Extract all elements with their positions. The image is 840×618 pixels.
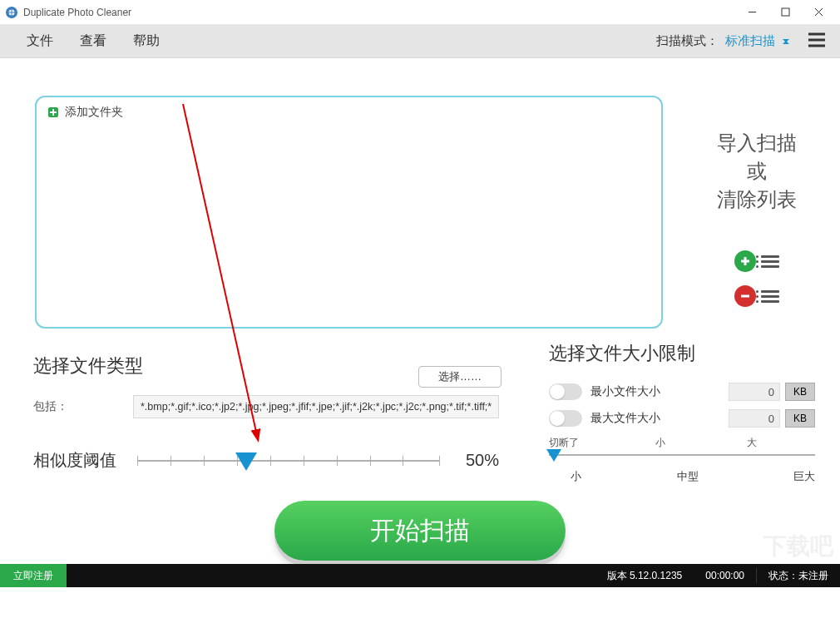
similarity-slider[interactable] [137,451,439,471]
menubar: 文件 查看 帮助 扫描模式： 标准扫描 [0,25,840,58]
similarity-thumb[interactable] [235,452,257,471]
version-text: 版本 5.12.0.1235 [595,569,694,583]
maxsize-row: 最大文件大小 KB [549,409,815,428]
include-row: 包括： [33,395,499,418]
maxsize-input[interactable] [729,409,780,428]
maxsize-label: 最大文件大小 [590,411,729,426]
svg-marker-7 [783,41,789,44]
import-clear-panel: 导入扫描 或 清除列表 [690,129,823,319]
import-scan-label: 导入扫描 [690,129,823,157]
close-button[interactable] [802,1,835,24]
folder-dropzone[interactable]: 添加文件夹 [35,96,663,329]
elapsed-time: 00:00:00 [694,570,756,581]
start-wrap: 开始扫描 [274,501,566,561]
cutoff-bot-left: 小 [571,469,581,484]
minimize-button[interactable] [735,1,768,24]
hamburger-menu-icon[interactable] [807,32,827,52]
similarity-label: 相似度阈值 [33,449,137,472]
plus-icon [48,107,58,117]
cutoff-top-left: 切断了 [549,436,579,450]
list-icon [761,288,779,305]
register-button[interactable]: 立即注册 [0,564,67,587]
cutoff-top-mid: 小 [655,436,665,450]
scanmode-label: 扫描模式： [656,33,719,49]
start-scan-button[interactable]: 开始扫描 [274,501,566,561]
plus-circle-icon [734,250,756,272]
filetype-select-button[interactable]: 选择…… [418,366,502,388]
or-label: 或 [690,157,823,185]
minsize-row: 最小文件大小 KB [549,383,815,401]
minsize-input[interactable] [729,383,780,401]
add-folder-button[interactable]: 添加文件夹 [48,105,123,120]
sizelimit-title: 选择文件大小限制 [549,341,815,366]
scanmode-value-text: 标准扫描 [725,33,775,49]
similarity-value: 50% [449,451,499,470]
import-list-button[interactable] [732,249,782,274]
status-text: 状态：未注册 [757,569,840,583]
cutoff-slider[interactable] [549,451,815,467]
titlebar: Duplicate Photo Cleaner [0,0,840,25]
maxsize-unit[interactable]: KB [785,409,815,428]
minus-circle-icon [734,285,756,307]
similarity-row: 相似度阈值 50% [33,449,499,472]
cutoff-bot-right: 巨大 [793,469,815,484]
include-input[interactable] [133,395,499,418]
watermark: 下载吧 [763,531,833,562]
add-folder-label: 添加文件夹 [65,105,123,120]
menu-file[interactable]: 文件 [13,27,67,55]
main-area: 添加文件夹 导入扫描 或 清除列表 选择文件类型 选择…… 包括： 相似度阈值 [0,58,840,587]
minsize-unit[interactable]: KB [785,383,815,401]
clear-list-button[interactable] [732,284,782,309]
minsize-label: 最小文件大小 [590,384,729,399]
sizelimit-section: 选择文件大小限制 最小文件大小 KB 最大文件大小 KB 切断了 小 大 小 [549,341,815,484]
maximize-button[interactable] [768,1,802,24]
include-label: 包括： [33,399,133,414]
cutoff-row: 切断了 小 大 小 中型 巨大 [549,436,815,484]
menu-help[interactable]: 帮助 [120,27,173,55]
statusbar: 立即注册 版本 5.12.0.1235 00:00:00 状态：未注册 [0,564,840,587]
window-title: Duplicate Photo Cleaner [23,7,131,18]
cutoff-top-right: 大 [747,436,757,450]
minsize-toggle[interactable] [549,383,582,400]
svg-rect-3 [782,8,789,16]
scanmode-selector[interactable]: 标准扫描 [725,33,792,49]
maxsize-toggle[interactable] [549,410,582,427]
cutoff-bot-mid: 中型 [677,469,699,484]
app-icon [5,6,18,19]
clear-list-label: 清除列表 [690,185,823,214]
menu-view[interactable]: 查看 [67,27,120,55]
cutoff-thumb[interactable] [546,449,561,462]
list-icon [761,253,779,270]
